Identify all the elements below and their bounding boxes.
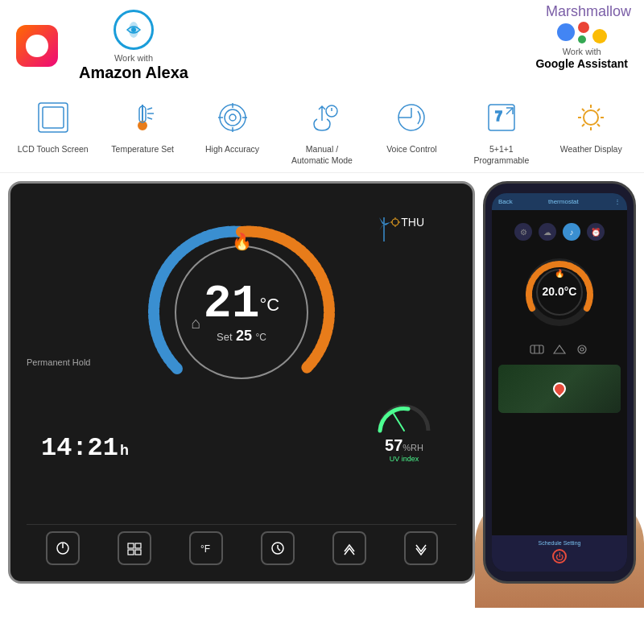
- weather-label: Weather Display: [560, 144, 622, 155]
- menu-button[interactable]: [118, 531, 151, 565]
- power-button[interactable]: [46, 531, 80, 565]
- svg-line-31: [582, 109, 584, 111]
- temp-label: Temperature Set: [111, 144, 174, 155]
- voice-label: Voice Control: [386, 144, 436, 155]
- manual-label: Manual / Automatic Mode: [291, 144, 353, 166]
- work-with-alexa-label: Work with Amazon Alexa: [79, 53, 188, 81]
- phone-icon-2[interactable]: ☁: [539, 223, 556, 241]
- phone-icon-3[interactable]: ♪: [563, 223, 580, 241]
- wind-icon: [368, 217, 400, 245]
- alexa-section: Work with Amazon Alexa: [79, 10, 188, 81]
- programmable-icon: 7: [480, 96, 523, 139]
- main-area: Permanent Hold THU: [0, 173, 644, 592]
- svg-text:🔥: 🔥: [555, 268, 565, 279]
- humidity-value-row: 57%RH: [376, 436, 432, 455]
- svg-rect-45: [128, 543, 134, 548]
- flame-icon: 🔥: [232, 232, 252, 251]
- phone-bottom-icons: [530, 342, 589, 357]
- svg-point-11: [220, 105, 246, 130]
- permanent-hold-label: Permanent Hold: [27, 357, 91, 367]
- work-with-google-label: Work with: [563, 47, 601, 57]
- phone-content: ⚙ ☁ ♪ ⏰ 20.0°C 🔥: [492, 210, 627, 535]
- accuracy-label: High Accuracy: [205, 144, 259, 155]
- svg-point-36: [392, 219, 398, 225]
- home-icon: ⌂: [192, 314, 201, 332]
- google-section: Work with Google Assistant: [535, 22, 628, 70]
- phone-schedule-bar: Schedule Setting ⏻: [492, 535, 627, 572]
- features-row: LCD Touch Screen Temperature Set: [0, 88, 644, 173]
- manual-icon: [300, 96, 344, 139]
- svg-rect-48: [135, 550, 141, 555]
- time-display: 14:21 h: [41, 433, 129, 463]
- time-suffix: h: [120, 442, 129, 459]
- svg-rect-57: [530, 345, 543, 353]
- lcd-label: LCD Touch Screen: [18, 144, 89, 155]
- svg-point-26: [584, 110, 598, 125]
- header-bar: Work with Amazon Alexa Marshmallow Work …: [0, 0, 644, 88]
- google-dots-icon: [557, 22, 607, 43]
- temp-readout: 21°C Set 25 °C: [204, 281, 279, 345]
- circle-display: 🔥 ⌂ 21°C Set 25 °C: [137, 208, 346, 417]
- tuya-icon: [23, 31, 52, 60]
- voice-icon: [390, 96, 433, 139]
- google-yellow-dot: [592, 29, 607, 43]
- phone-back-label[interactable]: Back: [498, 198, 513, 205]
- feature-manual: Manual / Automatic Mode: [282, 96, 362, 166]
- tuya-logo: [16, 25, 58, 67]
- phone-circle-area: 20.0°C 🔥: [519, 252, 600, 332]
- phone-mockup: Back thermostat ⋮ ⚙ ☁ ♪ ⏰: [483, 181, 636, 584]
- uv-label: UV index: [376, 455, 432, 463]
- down-button[interactable]: [404, 531, 438, 565]
- svg-line-42: [394, 414, 404, 431]
- svg-rect-4: [43, 107, 64, 128]
- unit-button[interactable]: °F: [189, 531, 223, 565]
- humidity-display: 57%RH UV index: [376, 402, 432, 463]
- svg-line-8: [147, 108, 152, 109]
- google-green-dot: [578, 35, 586, 43]
- svg-line-33: [597, 109, 600, 111]
- phone-map-area: [498, 365, 621, 413]
- weather-icon: [569, 96, 613, 139]
- svg-point-12: [225, 109, 241, 126]
- humidity-value: 57: [385, 436, 402, 454]
- thermostat-screen: Permanent Hold THU: [27, 200, 456, 524]
- phone-icon-row: ⚙ ☁ ♪ ⏰: [514, 223, 605, 241]
- google-blue-dot: [557, 23, 575, 41]
- phone-power-button[interactable]: ⏻: [552, 549, 567, 564]
- phone-power-row: ⏻: [498, 546, 621, 567]
- svg-rect-47: [128, 550, 134, 555]
- phone-header: Back thermostat ⋮: [492, 193, 627, 210]
- day-label: THU: [401, 216, 424, 229]
- clock-button[interactable]: [261, 531, 295, 565]
- google-red-dot: [578, 22, 589, 33]
- alexa-ring-icon: [114, 10, 154, 50]
- feature-temp: Temperature Set: [102, 96, 183, 155]
- svg-point-61: [580, 348, 584, 351]
- svg-line-34: [582, 124, 584, 126]
- phone-settings-icon: [575, 342, 589, 357]
- time-value: 14:21: [41, 433, 118, 463]
- svg-text:7: 7: [495, 109, 502, 123]
- svg-rect-46: [135, 543, 141, 548]
- humidity-unit: %RH: [402, 443, 423, 452]
- svg-line-52: [278, 548, 280, 551]
- svg-line-32: [597, 124, 600, 126]
- svg-point-2: [131, 27, 136, 32]
- svg-line-10: [147, 118, 152, 119]
- phone-icon-4[interactable]: ⏰: [587, 223, 605, 241]
- thermostat-buttons: °F: [27, 524, 456, 565]
- phone-radiator-icon: [530, 342, 544, 357]
- feature-voice: Voice Control: [371, 96, 452, 155]
- phone-menu-dots[interactable]: ⋮: [614, 198, 621, 205]
- phone-floor-icon: [552, 342, 567, 357]
- svg-point-60: [578, 345, 586, 353]
- svg-point-0: [34, 43, 40, 49]
- lcd-icon: [31, 96, 75, 139]
- up-button[interactable]: [332, 531, 366, 565]
- uv-gauge: [376, 402, 432, 435]
- phone-icon-1[interactable]: ⚙: [514, 223, 532, 241]
- header-right: Work with Google Assistant: [535, 22, 628, 70]
- schedule-label: Schedule Setting: [498, 540, 621, 546]
- set-temp-row: Set 25 °C: [204, 328, 279, 345]
- marshmallow-label: Marshmallow: [546, 3, 631, 20]
